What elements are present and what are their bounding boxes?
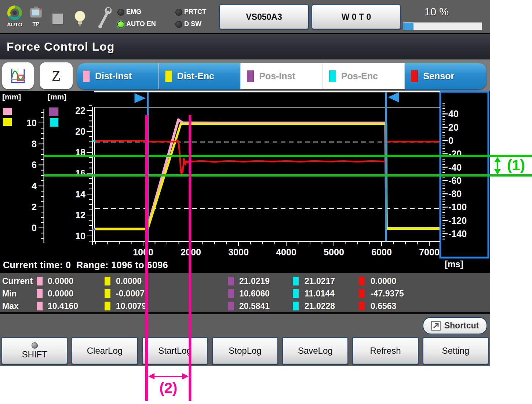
chart-plot [94, 120, 440, 229]
work-tool-button[interactable]: W 0 T 0 [311, 4, 401, 29]
speed-progress-bar[interactable] [403, 22, 482, 30]
savelog-button[interactable]: SaveLog [282, 337, 348, 364]
graph-view-button[interactable] [2, 62, 34, 89]
startlog-button[interactable]: StartLog [142, 337, 208, 364]
stats-swatch-pos-enc [293, 289, 299, 298]
stats-swatch-sensor [359, 302, 365, 310]
lamp-button[interactable] [74, 10, 85, 31]
stats-value-pos-inst-max: 20.5841 [239, 301, 270, 311]
legend-toggle-dist-enc[interactable]: Dist-Enc [159, 63, 241, 89]
svg-text:6: 6 [32, 160, 37, 170]
button-label: StartLog [158, 346, 192, 356]
stats-value-dist-enc-current: 0.0000 [116, 276, 142, 286]
shortcut-button[interactable]: Shortcut [423, 317, 487, 334]
speed-percentage: 10 % [411, 6, 462, 18]
legend-label: Dist-Enc [177, 71, 214, 81]
stats-table-divider [0, 312, 490, 314]
refresh-button[interactable]: Refresh [352, 337, 418, 364]
legend-toolbar: Z Dist-InstDist-EncPos-InstPos-EncSensor [0, 59, 490, 91]
stats-value-dist-inst-current: 0.0000 [48, 276, 73, 286]
teach-pendant-button[interactable]: TP [29, 5, 43, 27]
stats-swatch-pos-inst [228, 277, 234, 285]
svg-text:10: 10 [75, 231, 85, 241]
chart-section: [mm] [mm] [N] 40200-20-40-60-80-100-120-… [0, 91, 490, 273]
stats-value-dist-enc-max: 10.0079 [116, 301, 146, 311]
range-end-cursor[interactable] [385, 92, 387, 241]
svg-text:-80: -80 [448, 189, 462, 199]
chart-canvas: 40200-20-40-60-80-100-120-14002468101012… [0, 91, 490, 273]
maintenance-button[interactable] [97, 7, 112, 30]
svg-text:0: 0 [448, 135, 453, 146]
auto-mode-button[interactable]: AUTO [6, 4, 23, 28]
pendant-window: AUTO TP [0, 0, 490, 366]
annotation-callout-1: (1) [507, 157, 525, 174]
stats-swatch-sensor [359, 277, 365, 285]
legend-toggle-pos-inst[interactable]: Pos-Inst [241, 63, 323, 89]
svg-text:12: 12 [75, 210, 85, 220]
prtct-label: PRTCT [184, 8, 206, 16]
clearlog-button[interactable]: ClearLog [72, 337, 138, 364]
shortcut-icon [431, 321, 441, 331]
stats-value-pos-inst-current: 21.0219 [239, 276, 270, 286]
stats-row-label: Current [2, 276, 33, 286]
stats-swatch-dist-inst [37, 302, 43, 310]
stats-swatch-dist-enc [105, 289, 110, 298]
teach-pendant-label: TP [29, 21, 43, 27]
svg-text:5000: 5000 [324, 247, 344, 257]
svg-text:-100: -100 [448, 202, 467, 212]
prtct-led [175, 9, 182, 16]
toolbar: AUTO TP [0, 0, 490, 34]
lamp-icon [74, 10, 85, 29]
stats-value-pos-inst-min: 10.6060 [239, 289, 270, 299]
legend-toggle-dist-inst[interactable]: Dist-Inst [77, 63, 159, 89]
legend-swatch-dist-enc [165, 70, 172, 82]
svg-text:10: 10 [26, 118, 37, 128]
svg-text:1000: 1000 [133, 247, 153, 257]
series-sensor [94, 140, 440, 174]
function-buttons-row: SHIFTClearLogStartLogStopLogSaveLogRefre… [1, 337, 489, 364]
svg-text:4: 4 [32, 181, 37, 191]
teach-pendant-icon [29, 5, 43, 21]
svg-text:3000: 3000 [228, 247, 249, 257]
stoplog-button[interactable]: StopLog [212, 337, 278, 364]
legend-toggle-pos-enc[interactable]: Pos-Enc [323, 63, 405, 89]
z-axis-button[interactable]: Z [40, 62, 73, 89]
d-sw-label: D SW [184, 20, 201, 28]
stats-swatch-dist-enc [105, 302, 110, 310]
range-start-cursor[interactable] [147, 92, 149, 241]
stats-swatch-dist-inst [37, 277, 43, 285]
svg-text:22: 22 [75, 105, 85, 116]
auto-swirl-icon [7, 4, 23, 21]
svg-text:-140: -140 [448, 229, 467, 239]
svg-text:-120: -120 [448, 215, 467, 226]
shift-button[interactable]: SHIFT [1, 337, 68, 364]
page-title: Force Control Log [7, 40, 114, 54]
stats-swatch-dist-enc [105, 277, 110, 285]
emg-led [117, 9, 124, 16]
range-start-marker[interactable] [134, 93, 146, 103]
stats-table: Current0.00000.000021.021921.02170.0000M… [0, 273, 490, 312]
svg-text:16: 16 [75, 168, 85, 178]
stats-row-label: Min [2, 289, 17, 299]
button-label: SaveLog [298, 346, 333, 356]
svg-text:-20: -20 [448, 149, 462, 159]
time-range-status: Current time: 0 Range: 1096 to 6096 [3, 260, 168, 270]
setting-button[interactable]: Setting [423, 337, 489, 364]
svg-text:8: 8 [32, 139, 37, 149]
legend-toggle-sensor[interactable]: Sensor [405, 63, 487, 89]
legend-swatch-pos-inst [247, 70, 254, 82]
stats-value-pos-enc-max: 21.0228 [305, 301, 335, 311]
legend-label: Sensor [423, 71, 454, 81]
stats-swatch-pos-enc [293, 277, 299, 285]
stop-square-button[interactable] [52, 14, 63, 24]
svg-text:7000: 7000 [419, 247, 440, 257]
button-label: Refresh [370, 346, 401, 356]
stats-value-pos-enc-current: 21.0217 [305, 276, 335, 286]
range-end-marker[interactable] [388, 92, 399, 102]
z-axis-label: Z [52, 67, 61, 84]
shortcut-label: Shortcut [444, 321, 479, 331]
svg-text:40: 40 [448, 109, 459, 119]
legend-label: Pos-Enc [341, 71, 378, 81]
series-dist-inst [94, 120, 440, 229]
robot-type-button[interactable]: VS050A3 [219, 4, 309, 29]
